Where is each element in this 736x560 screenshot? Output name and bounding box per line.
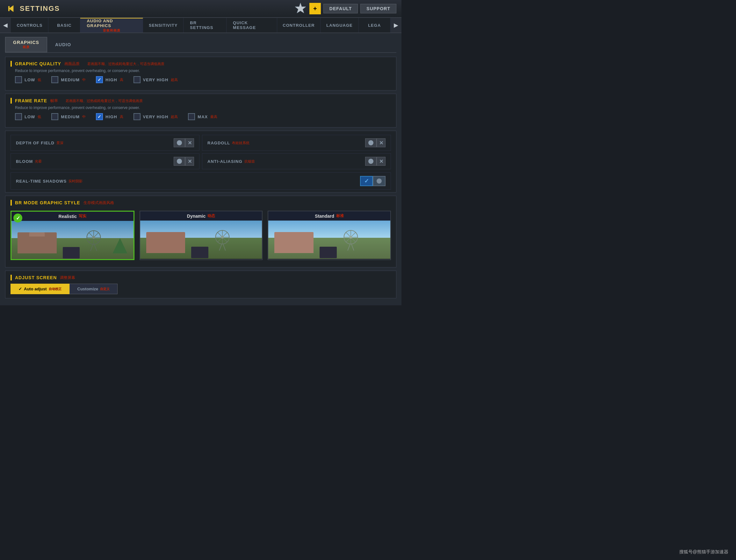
toggle-ragdoll-control: ✕ [365, 138, 385, 147]
svg-line-17 [219, 244, 222, 251]
support-button[interactable]: SUPPORT [361, 4, 396, 13]
svg-marker-2 [295, 3, 306, 13]
quality-medium[interactable]: MEDIUM 中 [51, 76, 86, 83]
adjust-auto-btn[interactable]: ✓ Auto adjust 自动校正 [11, 284, 69, 294]
toggle-ragdoll: RAGDOLL 布娃娃系统 ✕ [202, 135, 391, 151]
back-icon[interactable] [5, 3, 17, 14]
tab-quick-message[interactable]: QUICK MESSAGE [227, 18, 277, 33]
svg-line-25 [348, 244, 350, 251]
header-left: SETTINGS [5, 3, 60, 14]
toggle-ragdoll-btn[interactable] [365, 138, 376, 147]
style-standard[interactable]: Standard 标准 [268, 211, 391, 260]
graphic-quality-options: LOW 低 MEDIUM 中 HIGH 高 VERY HIGH 超高 [11, 73, 391, 86]
fps-very-high-checkbox[interactable] [134, 113, 141, 120]
toggle-anti-aliasing: ANTI-ALIASING 抗锯齿 ✕ [202, 153, 391, 169]
fps-low[interactable]: LOW 低 [15, 113, 41, 120]
toggle-bloom-control: ✕ [174, 157, 194, 166]
dynamic-header: Dynamic 动态 [140, 211, 262, 221]
adjust-custom-btn[interactable]: Customize 自定义 [69, 284, 118, 294]
svg-marker-0 [9, 5, 13, 12]
svg-line-10 [94, 244, 97, 251]
fps-medium[interactable]: MEDIUM 中 [51, 113, 86, 120]
plus-button[interactable]: + [310, 3, 321, 14]
toggle-depth-of-field: DEPTH OF FIELD 景深 ✕ [11, 135, 200, 151]
quality-high-checkbox[interactable] [96, 76, 103, 83]
fps-high-checkbox[interactable] [96, 113, 103, 120]
shadows-check-btn[interactable] [360, 176, 373, 186]
toggle-bloom: BLOOM 光晕 ✕ [11, 153, 200, 169]
style-realistic[interactable]: ✓ Realistic 写实 [11, 211, 135, 260]
tab-audio-graphics[interactable]: AUDIO AND GRAPHICS 音效和画质 [80, 18, 143, 33]
style-cards: ✓ Realistic 写实 [11, 207, 391, 263]
toggles-row-2: BLOOM 光晕 ✕ ANTI-ALIASING 抗锯齿 [11, 152, 391, 171]
br-mode-bar [11, 200, 12, 206]
toggle-dof-circle [177, 140, 182, 145]
frame-rate-section: FRAME RATE 帧率 若画面不顺、过热或耗电量过大，可适当调低画质 Red… [5, 94, 396, 127]
quality-medium-checkbox[interactable] [51, 76, 58, 83]
header: SETTINGS + DEFAULT SUPPORT [0, 0, 401, 18]
fps-medium-checkbox[interactable] [51, 113, 58, 120]
adjust-bar [11, 275, 12, 280]
main-content: GRAPHICS 画质 AUDIO GRAPHIC QUALITY 画面品质 若… [0, 33, 401, 305]
tab-legal[interactable]: LEGA [359, 18, 390, 33]
subtab-audio[interactable]: AUDIO [47, 39, 79, 50]
svg-point-16 [221, 236, 224, 238]
adjust-screen-title: ADJUST SCREEN 调整屏幕 [11, 275, 391, 280]
fps-very-high[interactable]: VERY HIGH 超高 [134, 113, 178, 120]
toggle-bloom-circle [177, 159, 182, 164]
svg-line-9 [91, 244, 93, 251]
toggle-bloom-x[interactable]: ✕ [185, 157, 194, 166]
fps-high[interactable]: HIGH 高 [96, 113, 123, 120]
graphic-quality-section: GRAPHIC QUALITY 画面品质 若画面不顺、过热或耗电量过大，可适当调… [5, 57, 396, 91]
nav-tabs: ◀ CONTROLS BASIC AUDIO AND GRAPHICS 音效和画… [0, 18, 401, 33]
header-title: SETTINGS [20, 4, 60, 13]
realistic-image [11, 221, 134, 259]
shadows-row: REAL-TIME SHADOWS 实时阴影 [11, 172, 391, 190]
frame-rate-bar [11, 98, 12, 104]
style-dynamic[interactable]: Dynamic 动态 [140, 211, 263, 260]
toggle-aa-x[interactable]: ✕ [376, 157, 385, 166]
shadows-circle-btn[interactable] [373, 176, 385, 186]
frame-rate-title: FRAME RATE 帧率 若画面不顺、过热或耗电量过大，可适当调低画质 [11, 98, 391, 104]
quality-low[interactable]: LOW 低 [15, 76, 41, 83]
fps-max-checkbox[interactable] [188, 113, 195, 120]
tab-language[interactable]: LANGUAGE [321, 18, 359, 33]
toggle-aa-btn[interactable] [365, 157, 376, 166]
toggles-row-1: DEPTH OF FIELD 景深 ✕ RAGDOLL 布娃娃系统 [11, 134, 391, 152]
toggle-ragdoll-x[interactable]: ✕ [376, 138, 385, 147]
subtab-graphics[interactable]: GRAPHICS 画质 [5, 37, 47, 52]
svg-point-24 [350, 236, 352, 238]
quality-very-high[interactable]: VERY HIGH 超高 [134, 76, 178, 83]
quality-high[interactable]: HIGH 高 [96, 76, 123, 83]
toggle-dof-x[interactable]: ✕ [185, 138, 194, 147]
svg-point-8 [92, 236, 95, 239]
adjust-screen-section: ADJUST SCREEN 调整屏幕 ✓ Auto adjust 自动校正 Cu… [5, 271, 396, 298]
toggle-bloom-btn[interactable] [174, 157, 185, 166]
fps-low-checkbox[interactable] [15, 113, 22, 120]
tab-controls[interactable]: CONTROLS [11, 18, 48, 33]
tab-sensitivity[interactable]: SENSITIVITY [143, 18, 184, 33]
toggle-dof-btn[interactable] [174, 138, 185, 147]
toggle-aa-circle [368, 159, 373, 164]
shadows-toggle-control [360, 176, 385, 186]
default-button[interactable]: DEFAULT [324, 4, 358, 13]
frame-rate-options: LOW 低 MEDIUM 中 HIGH 高 VERY HIGH 超高 [11, 110, 391, 123]
nav-left-arrow[interactable]: ◀ [0, 18, 11, 33]
quality-very-high-checkbox[interactable] [134, 76, 141, 83]
fps-max[interactable]: MAX 最高 [188, 113, 217, 120]
graphic-quality-title: GRAPHIC QUALITY 画面品质 若画面不顺、过热或耗电量过大，可适当调… [11, 61, 391, 67]
tab-br-settings[interactable]: BR SETTINGS [184, 18, 227, 33]
section-bar [11, 61, 12, 67]
dynamic-image [140, 221, 262, 259]
nav-right-arrow[interactable]: ▶ [390, 18, 401, 33]
svg-line-18 [223, 244, 226, 251]
adjust-options: ✓ Auto adjust 自动校正 Customize 自定义 [11, 284, 391, 294]
toggle-ragdoll-circle [368, 140, 373, 145]
rank-icon [294, 2, 307, 15]
realistic-header: Realistic 写实 [11, 212, 134, 221]
shadows-circle [376, 178, 382, 184]
tab-controller[interactable]: CONTROLLER [277, 18, 321, 33]
br-mode-section: BR MODE GRAPHIC STYLE 生存模式画面风格 ✓ Realist… [5, 196, 396, 267]
quality-low-checkbox[interactable] [15, 76, 22, 83]
tab-basic[interactable]: BASIC [48, 18, 80, 33]
